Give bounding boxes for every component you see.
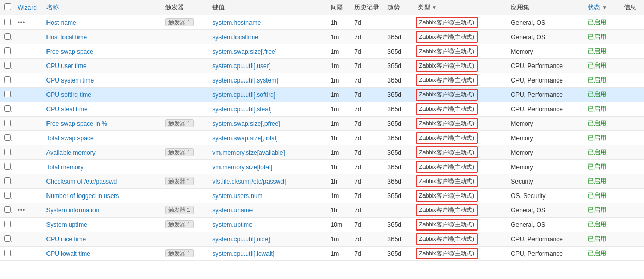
row-key-link[interactable]: system.swap.size[,free] <box>212 48 277 55</box>
row-key-link[interactable]: system.localtime <box>212 34 258 41</box>
row-wizard-cell <box>13 44 42 59</box>
row-name-link[interactable]: CPU iowait time <box>46 250 90 257</box>
row-checkbox[interactable] <box>4 192 11 199</box>
row-status-link[interactable]: 已启用 <box>588 149 606 156</box>
row-status-link[interactable]: 已启用 <box>588 47 606 55</box>
row-name-link[interactable]: Host local time <box>46 34 87 41</box>
row-key-link[interactable]: system.cpu.util[,nice] <box>212 236 270 243</box>
row-status-link[interactable]: 已启用 <box>588 177 606 185</box>
row-status-link[interactable]: 已启用 <box>588 206 606 214</box>
row-key-link[interactable]: system.swap.size[,total] <box>212 135 278 142</box>
row-checkbox[interactable] <box>4 221 11 227</box>
row-name-link[interactable]: Total swap space <box>46 135 94 142</box>
row-name-link[interactable]: Number of logged in users <box>46 192 119 200</box>
items-table: Wizard 名称 触发器 键值 间隔 历史记录 趋势 <box>0 0 644 261</box>
dots-menu-icon[interactable]: ••• <box>18 207 26 214</box>
row-appgroup-cell: General, OS <box>507 15 584 30</box>
row-checkbox[interactable] <box>4 47 11 54</box>
table-row: Total memoryvm.memory.size[total]1h7d365… <box>0 160 644 174</box>
row-checkbox[interactable] <box>4 177 11 184</box>
header-trigger: 触发器 <box>161 0 208 15</box>
row-name-link[interactable]: Free swap space in % <box>46 120 107 127</box>
row-checkbox[interactable] <box>4 120 11 126</box>
row-checkbox[interactable] <box>4 206 11 213</box>
row-status-link[interactable]: 已启用 <box>588 33 606 40</box>
table-header-row: Wizard 名称 触发器 键值 间隔 历史记录 趋势 <box>0 0 644 15</box>
row-checkbox[interactable] <box>4 134 11 141</box>
row-key-link[interactable]: system.swap.size[,pfree] <box>212 120 280 127</box>
row-checkbox-cell <box>0 247 13 261</box>
row-checkbox[interactable] <box>4 76 11 83</box>
row-key-cell: vfs.file.cksum[/etc/passwd] <box>208 174 326 189</box>
row-key-link[interactable]: system.uname <box>212 207 253 214</box>
header-appgroup-label: 应用集 <box>511 4 529 11</box>
header-interval: 间隔 <box>326 0 351 15</box>
row-status-link[interactable]: 已启用 <box>588 19 606 26</box>
row-status-link[interactable]: 已启用 <box>588 221 606 228</box>
row-status-link[interactable]: 已启用 <box>588 235 606 242</box>
row-status-link[interactable]: 已启用 <box>588 163 606 170</box>
row-key-link[interactable]: system.hostname <box>212 19 261 26</box>
row-status-link[interactable]: 已启用 <box>588 76 606 84</box>
row-status-link[interactable]: 已启用 <box>588 91 606 98</box>
row-checkbox[interactable] <box>4 235 11 242</box>
row-key-cell: system.users.num <box>208 189 326 203</box>
row-status-link[interactable]: 已启用 <box>588 62 606 69</box>
row-status-link[interactable]: 已启用 <box>588 105 606 112</box>
row-name-link[interactable]: Available memory <box>46 149 96 156</box>
row-key-link[interactable]: vm.memory.size[available] <box>212 149 285 156</box>
row-status-link[interactable]: 已启用 <box>588 120 606 127</box>
row-name-link[interactable]: Checksum of /etc/passwd <box>46 178 117 185</box>
row-trigger-cell <box>161 160 208 174</box>
trigger-badge[interactable]: 触发器 1 <box>165 119 193 127</box>
row-name-link[interactable]: Total memory <box>46 163 84 171</box>
trigger-badge[interactable]: 触发器 1 <box>165 249 193 257</box>
row-name-link[interactable]: CPU steal time <box>46 106 88 113</box>
row-key-link[interactable]: vfs.file.cksum[/etc/passwd] <box>212 178 286 185</box>
row-name-link[interactable]: System uptime <box>46 221 87 228</box>
row-key-link[interactable]: system.cpu.util[,steal] <box>212 106 272 113</box>
row-name-cell: CPU softirq time <box>42 88 162 102</box>
trigger-badge[interactable]: 触发器 1 <box>165 206 193 214</box>
row-key-link[interactable]: system.cpu.util[,system] <box>212 77 278 84</box>
trigger-badge[interactable]: 触发器 1 <box>165 148 193 156</box>
row-checkbox[interactable] <box>4 91 11 97</box>
row-interval-cell: 1m <box>326 145 351 160</box>
row-name-link[interactable]: Host name <box>46 19 76 26</box>
row-name-link[interactable]: CPU nice time <box>46 236 86 243</box>
row-status-link[interactable]: 已启用 <box>588 134 606 141</box>
row-name-link[interactable]: System information <box>46 207 100 214</box>
header-name[interactable]: 名称 <box>42 0 162 15</box>
row-checkbox[interactable] <box>4 163 11 170</box>
row-name-link[interactable]: Free swap space <box>46 48 93 55</box>
dots-menu-icon[interactable]: ••• <box>18 19 26 26</box>
row-checkbox[interactable] <box>4 33 11 40</box>
row-name-link[interactable]: CPU softirq time <box>46 91 91 99</box>
trigger-badge[interactable]: 触发器 1 <box>165 18 193 26</box>
row-checkbox[interactable] <box>4 250 11 256</box>
row-name-link[interactable]: CPU system time <box>46 77 95 84</box>
row-key-link[interactable]: system.cpu.util[,user] <box>212 62 271 70</box>
row-trend-cell: 365d <box>383 247 413 261</box>
row-key-link[interactable]: system.uptime <box>212 221 252 228</box>
row-name-cell: System information <box>42 203 162 218</box>
row-status-link[interactable]: 已启用 <box>588 250 606 257</box>
row-name-link[interactable]: CPU user time <box>46 62 87 70</box>
trigger-badge[interactable]: 触发器 1 <box>165 220 193 228</box>
row-key-link[interactable]: system.users.num <box>212 192 262 200</box>
row-checkbox[interactable] <box>4 19 11 25</box>
row-status-link[interactable]: 已启用 <box>588 192 606 199</box>
row-checkbox[interactable] <box>4 149 11 155</box>
row-checkbox[interactable] <box>4 105 11 112</box>
row-type-badge: Zabbix客户端(主动式) <box>416 31 478 43</box>
row-interval-cell: 1h <box>326 160 351 174</box>
row-key-link[interactable]: system.cpu.util[,softirq] <box>212 91 275 99</box>
header-keyval: 键值 <box>208 0 326 15</box>
trigger-badge[interactable]: 触发器 1 <box>165 177 193 185</box>
row-checkbox[interactable] <box>4 62 11 69</box>
row-key-link[interactable]: vm.memory.size[total] <box>212 163 272 171</box>
select-all-checkbox[interactable] <box>4 3 11 10</box>
row-key-link[interactable]: system.cpu.util[,iowait] <box>212 250 274 257</box>
header-status[interactable]: 状态 ▼ <box>584 0 620 15</box>
row-wizard-cell <box>13 73 42 88</box>
